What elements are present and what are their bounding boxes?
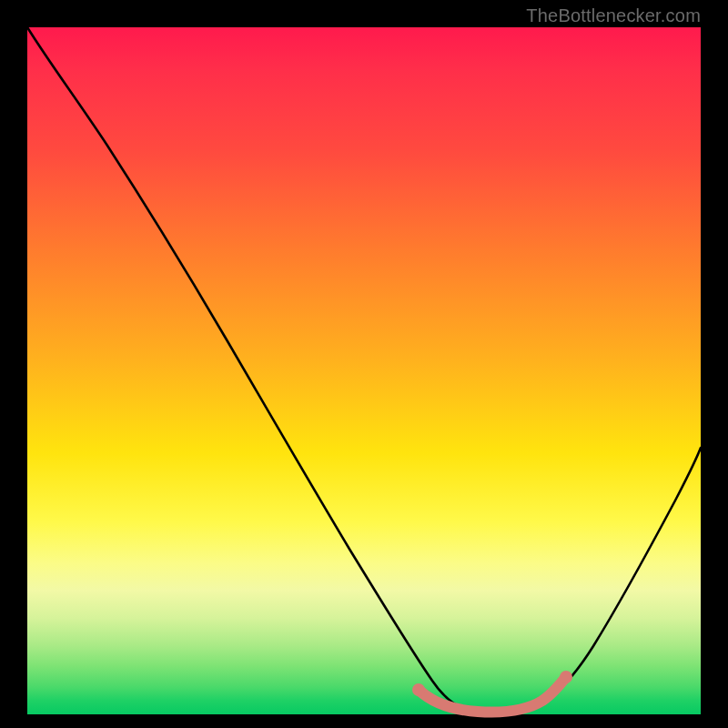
curves-layer [27,27,701,714]
optimal-range-highlight [419,677,566,713]
bottleneck-curve [27,27,701,713]
highlight-end-dot-left [412,683,425,696]
credit-text: TheBottlenecker.com [526,5,701,26]
highlight-end-dot-right [560,671,572,683]
chart-frame: TheBottlenecker.com [0,0,728,728]
